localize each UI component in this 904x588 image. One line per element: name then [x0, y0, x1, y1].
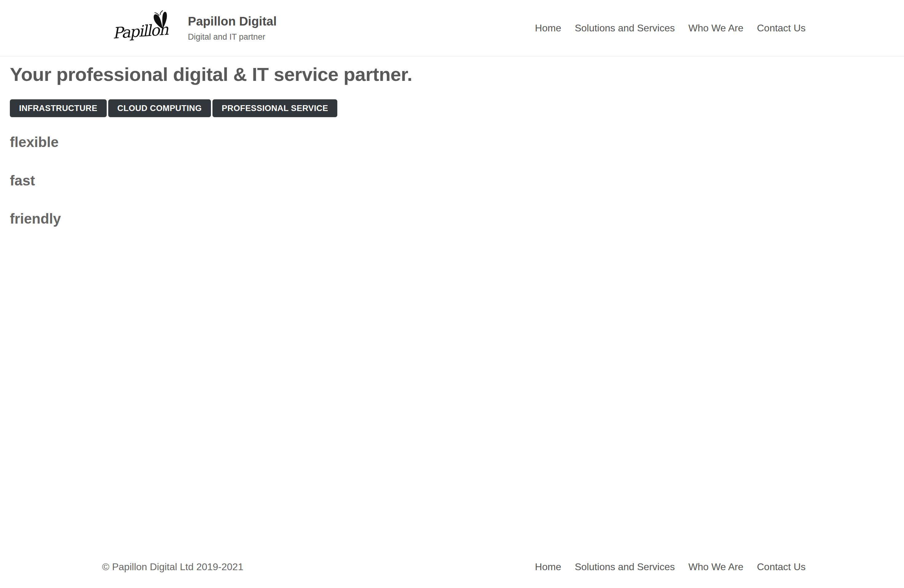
footer-nav-item-contact-us[interactable]: Contact Us: [757, 561, 806, 573]
copyright-notice: © Papillon Digital Ltd 2019-2021: [98, 561, 243, 573]
site-branding: Papillon Papillon Digital Digital and IT…: [98, 11, 277, 45]
nav-item-home[interactable]: Home: [535, 22, 561, 34]
site-tagline: Digital and IT partner: [188, 32, 277, 42]
infrastructure-button[interactable]: INFRASTRUCTURE: [10, 100, 107, 117]
professional-service-button[interactable]: PROFESSIONAL SERVICE: [212, 100, 337, 117]
header-container: Papillon Papillon Digital Digital and IT…: [98, 0, 806, 56]
site-footer: © Papillon Digital Ltd 2019-2021 Home So…: [0, 561, 904, 588]
footer-container: © Papillon Digital Ltd 2019-2021 Home So…: [98, 561, 806, 573]
footer-nav-item-who-we-are[interactable]: Who We Are: [689, 561, 743, 573]
nav-item-solutions-and-services[interactable]: Solutions and Services: [575, 22, 675, 34]
site-logo[interactable]: Papillon: [112, 11, 171, 45]
page-main: Your professional digital & IT service p…: [0, 57, 904, 561]
main-nav: Home Solutions and Services Who We Are C…: [535, 22, 806, 34]
cloud-computing-button[interactable]: CLOUD COMPUTING: [108, 100, 211, 117]
feature-heading-friendly: friendly: [10, 211, 895, 227]
nav-item-contact-us[interactable]: Contact Us: [757, 22, 806, 34]
feature-heading-fast: fast: [10, 173, 895, 188]
site-title[interactable]: Papillon Digital: [188, 14, 277, 28]
page-title: Your professional digital & IT service p…: [10, 63, 895, 85]
site-header: Papillon Papillon Digital Digital and IT…: [0, 0, 904, 57]
service-button-row: INFRASTRUCTURE CLOUD COMPUTING PROFESSIO…: [10, 100, 895, 117]
footer-nav-item-solutions-and-services[interactable]: Solutions and Services: [575, 561, 675, 573]
footer-nav-item-home[interactable]: Home: [535, 561, 561, 573]
feature-heading-flexible: flexible: [10, 134, 895, 150]
nav-item-who-we-are[interactable]: Who We Are: [689, 22, 743, 34]
footer-nav: Home Solutions and Services Who We Are C…: [535, 561, 806, 573]
site-title-group: Papillon Digital Digital and IT partner: [188, 14, 277, 42]
